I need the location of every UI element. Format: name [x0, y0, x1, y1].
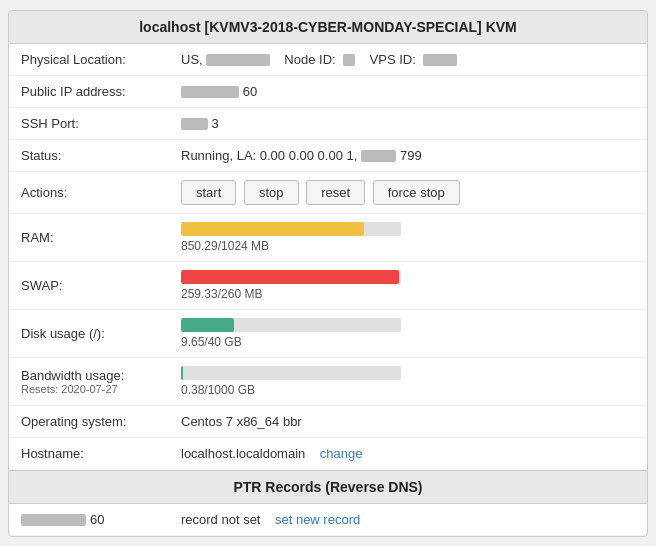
actions-row: Actions: start stop reset force stop: [9, 171, 647, 213]
hostname-value: localhost.localdomain change: [169, 437, 647, 469]
ptr-row: 6X.XX.XX.X 60 record not set set new rec…: [9, 504, 647, 536]
reset-button[interactable]: reset: [306, 180, 365, 205]
vps-id-label: VPS ID:: [370, 52, 416, 67]
ptr-header: PTR Records (Reverse DNS): [9, 471, 647, 504]
disk-label: Disk usage (/):: [9, 309, 169, 357]
status-label: Status:: [9, 139, 169, 171]
ram-bar-container: [181, 222, 401, 236]
actions-value: start stop reset force stop: [169, 171, 647, 213]
bw-resets: Resets: 2020-07-27: [21, 383, 157, 395]
public-ip-value: 6X.XX.X.X 60: [169, 75, 647, 107]
node-id-label: Node ID:: [284, 52, 335, 67]
ptr-ip-suffix: 60: [90, 512, 104, 527]
disk-value: 9.65/40 GB: [169, 309, 647, 357]
ssh-port-row: SSH Port: 2XX 3: [9, 107, 647, 139]
bw-bar-fill: [181, 366, 183, 380]
header-title: localhost [KVMV3-2018-CYBER-MONDAY-SPECI…: [139, 19, 517, 35]
hostname-row: Hostname: localhost.localdomain change: [9, 437, 647, 469]
ssh-port-value: 2XX 3: [169, 107, 647, 139]
swap-label: SWAP:: [9, 261, 169, 309]
ptr-record-status: record not set: [181, 512, 261, 527]
stop-button[interactable]: stop: [244, 180, 299, 205]
swap-bar-container: [181, 270, 401, 284]
status-row: Status: Running, LA: 0.00 0.00 0.00 1, X…: [9, 139, 647, 171]
ptr-set-new-record-link[interactable]: set new record: [275, 512, 360, 527]
actions-label: Actions:: [9, 171, 169, 213]
hostname-text: localhost.localdomain: [181, 446, 305, 461]
ptr-ip: 6X.XX.XX.X 60: [9, 504, 169, 536]
pl-state-blurred: New Jersey: [206, 54, 270, 66]
disk-bar-fill: [181, 318, 234, 332]
bw-value: 0.38/1000 GB: [169, 357, 647, 405]
disk-bar-label: 9.65/40 GB: [181, 335, 635, 349]
physical-location-label: Physical Location:: [9, 44, 169, 76]
swap-bar-label: 259.33/260 MB: [181, 287, 635, 301]
swap-value: 259.33/260 MB: [169, 261, 647, 309]
info-table: Physical Location: US, New Jersey Node I…: [9, 44, 647, 470]
start-button[interactable]: start: [181, 180, 236, 205]
ssh-port-blurred: 2XX: [181, 118, 208, 130]
bw-label-text: Bandwidth usage:: [21, 368, 157, 383]
page-header: localhost [KVMV3-2018-CYBER-MONDAY-SPECI…: [9, 11, 647, 44]
public-ip-label: Public IP address:: [9, 75, 169, 107]
os-value: Centos 7 x86_64 bbr: [169, 405, 647, 437]
bandwidth-row: Bandwidth usage: Resets: 2020-07-27 0.38…: [9, 357, 647, 405]
ram-bar-label: 850.29/1024 MB: [181, 239, 635, 253]
status-value: Running, LA: 0.00 0.00 0.00 1, XXXX 799: [169, 139, 647, 171]
bw-bar-label: 0.38/1000 GB: [181, 383, 635, 397]
bandwidth-label: Bandwidth usage: Resets: 2020-07-27: [9, 357, 169, 405]
ssh-port-label: SSH Port:: [9, 107, 169, 139]
main-container: localhost [KVMV3-2018-CYBER-MONDAY-SPECI…: [8, 10, 648, 537]
bw-bar-container: [181, 366, 401, 380]
status-suffix: 799: [400, 148, 422, 163]
hostname-label: Hostname:: [9, 437, 169, 469]
public-ip-row: Public IP address: 6X.XX.X.X 60: [9, 75, 647, 107]
ram-label: RAM:: [9, 213, 169, 261]
node-id-blurred: 3: [343, 54, 355, 66]
ptr-section: PTR Records (Reverse DNS) 6X.XX.XX.X 60 …: [9, 470, 647, 536]
ptr-table: 6X.XX.XX.X 60 record not set set new rec…: [9, 504, 647, 536]
disk-row: Disk usage (/): 9.65/40 GB: [9, 309, 647, 357]
swap-bar-fill: [181, 270, 399, 284]
physical-location-value: US, New Jersey Node ID: 3 VPS ID: 12 3: [169, 44, 647, 76]
ram-bar-fill: [181, 222, 364, 236]
disk-bar-container: [181, 318, 401, 332]
status-text: Running, LA: 0.00 0.00 0.00 1,: [181, 148, 357, 163]
ptr-record-value: record not set set new record: [169, 504, 647, 536]
ip-suffix: 60: [243, 84, 257, 99]
os-row: Operating system: Centos 7 x86_64 bbr: [9, 405, 647, 437]
os-label: Operating system:: [9, 405, 169, 437]
status-blurred: XXXX: [361, 150, 396, 162]
ram-value: 850.29/1024 MB: [169, 213, 647, 261]
ssh-port-num: 3: [212, 116, 219, 131]
swap-row: SWAP: 259.33/260 MB: [9, 261, 647, 309]
ip-blurred: 6X.XX.X.X: [181, 86, 239, 98]
vps-id-blurred: 12 3: [423, 54, 457, 66]
hostname-change-link[interactable]: change: [320, 446, 363, 461]
physical-location-row: Physical Location: US, New Jersey Node I…: [9, 44, 647, 76]
force-stop-button[interactable]: force stop: [373, 180, 460, 205]
ptr-ip-blurred: 6X.XX.XX.X: [21, 514, 86, 526]
ram-row: RAM: 850.29/1024 MB: [9, 213, 647, 261]
pl-country: US,: [181, 52, 203, 67]
